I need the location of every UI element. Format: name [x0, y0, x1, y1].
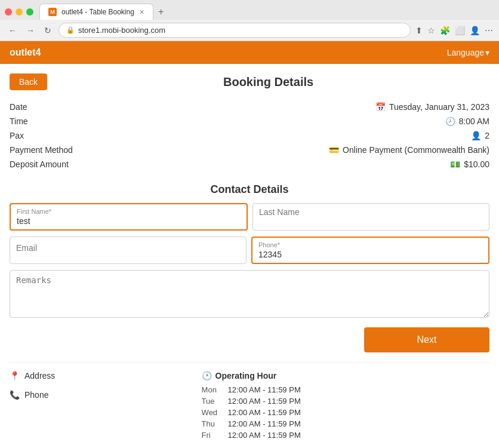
hours-time: 12:00 AM - 11:59 PM — [228, 385, 301, 394]
hours-time: 12:00 AM - 11:59 PM — [228, 397, 301, 406]
footer-info: 📍 Address 📞 Phone 🕐 Operating Hour Mon12… — [10, 362, 489, 442]
pax-value: 👤 2 — [471, 131, 489, 140]
hours-row: Wed12:00 AM - 11:59 PM — [202, 408, 489, 417]
payment-value: 💳 Online Payment (Commonwealth Bank) — [329, 145, 489, 155]
phone-item: 📞 Phone — [10, 390, 202, 400]
tab-view-icon[interactable]: ⬜ — [455, 26, 465, 35]
app-header: outlet4 Language ▾ — [0, 41, 499, 64]
detail-row-deposit: Deposit Amount 💵 $10.00 — [10, 157, 489, 171]
hours-table: Mon12:00 AM - 11:59 PMTue12:00 AM - 11:5… — [202, 385, 489, 440]
btn-row: Next — [10, 327, 489, 352]
reload-button[interactable]: ↻ — [42, 24, 54, 36]
tab-label: outlet4 - Table Booking — [61, 8, 134, 16]
tab-close-button[interactable]: ✕ — [139, 8, 144, 16]
hours-time: 12:00 AM - 11:59 PM — [228, 408, 301, 417]
first-name-field: First Name* — [10, 203, 248, 231]
contact-row: Phone* — [10, 237, 489, 264]
booking-details: Date 📅 Tuesday, January 31, 2023 Time 🕗 … — [10, 100, 489, 171]
language-button[interactable]: Language ▾ — [447, 48, 489, 57]
url-text: store1.mobi-booking.com — [78, 26, 165, 35]
tab-favicon: M — [48, 8, 57, 16]
card-icon: 💳 — [329, 145, 339, 155]
maximize-window-button[interactable] — [26, 8, 33, 16]
operating-hours-title: 🕐 Operating Hour — [202, 371, 489, 381]
remarks-textarea[interactable] — [10, 270, 489, 318]
hours-day: Wed — [202, 408, 221, 417]
hours-day: Fri — [202, 431, 221, 440]
page-title: Booking Details — [47, 75, 489, 89]
detail-row-payment: Payment Method 💳 Online Payment (Commonw… — [10, 143, 489, 157]
name-row: First Name* — [10, 203, 489, 231]
address-label: Address — [24, 371, 55, 381]
pax-label: Pax — [10, 131, 24, 140]
url-bar[interactable]: 🔒 store1.mobi-booking.com — [58, 23, 411, 38]
remarks-row — [10, 270, 489, 318]
contact-form: First Name* Phone* — [10, 203, 489, 318]
browser-chrome: M outlet4 - Table Booking ✕ + ← → ↻ 🔒 st… — [0, 0, 499, 41]
back-button[interactable]: Back — [10, 73, 47, 90]
window-controls — [5, 8, 33, 16]
money-icon: 💵 — [450, 159, 460, 169]
address-item: 📍 Address — [10, 371, 202, 381]
close-window-button[interactable] — [5, 8, 12, 16]
profile-icon[interactable]: 👤 — [470, 26, 480, 35]
footer-right: 🕐 Operating Hour Mon12:00 AM - 11:59 PMT… — [202, 371, 489, 442]
detail-row-date: Date 📅 Tuesday, January 31, 2023 — [10, 100, 489, 114]
hours-day: Thu — [202, 419, 221, 428]
phone-input[interactable] — [258, 250, 482, 259]
time-label: Time — [10, 116, 28, 126]
footer-left: 📍 Address 📞 Phone — [10, 371, 202, 442]
payment-label: Payment Method — [10, 145, 73, 155]
last-name-input[interactable] — [259, 207, 483, 217]
hours-day: Mon — [202, 385, 221, 394]
hours-row: Fri12:00 AM - 11:59 PM — [202, 431, 489, 440]
chevron-down-icon: ▾ — [485, 48, 489, 57]
calendar-icon: 📅 — [375, 102, 386, 112]
time-value: 🕗 8:00 AM — [445, 116, 489, 126]
email-input[interactable] — [16, 243, 240, 253]
forward-nav-button[interactable]: → — [24, 24, 37, 36]
date-label: Date — [10, 102, 27, 112]
new-tab-button[interactable]: + — [153, 7, 168, 17]
next-button[interactable]: Next — [364, 327, 489, 352]
menu-icon[interactable]: ⋯ — [485, 26, 493, 35]
phone-label: Phone* — [258, 241, 482, 248]
tab-bar: M outlet4 - Table Booking ✕ + — [0, 0, 499, 20]
phone-field: Phone* — [251, 237, 489, 264]
location-icon: 📍 — [10, 371, 20, 381]
extensions-icon[interactable]: 🧩 — [440, 26, 450, 35]
share-icon[interactable]: ⬆ — [415, 26, 423, 35]
deposit-label: Deposit Amount — [10, 159, 69, 169]
hours-day: Tue — [202, 397, 221, 406]
footer-row: 📍 Address 📞 Phone 🕐 Operating Hour Mon12… — [10, 371, 489, 442]
phone-footer-icon: 📞 — [10, 390, 20, 400]
detail-row-pax: Pax 👤 2 — [10, 128, 489, 143]
hours-time: 12:00 AM - 11:59 PM — [228, 419, 301, 428]
hours-row: Mon12:00 AM - 11:59 PM — [202, 385, 489, 394]
address-bar: ← → ↻ 🔒 store1.mobi-booking.com ⬆ ☆ 🧩 ⬜ … — [0, 20, 499, 41]
date-value: 📅 Tuesday, January 31, 2023 — [375, 102, 489, 112]
app-title: outlet4 — [10, 47, 41, 58]
deposit-value: 💵 $10.00 — [450, 159, 489, 169]
back-nav-button[interactable]: ← — [6, 24, 19, 36]
language-label: Language — [447, 48, 484, 57]
contact-section-title: Contact Details — [10, 183, 489, 196]
hours-row: Thu12:00 AM - 11:59 PM — [202, 419, 489, 428]
bookmark-icon[interactable]: ☆ — [427, 26, 435, 35]
operating-hours-label: Operating Hour — [215, 371, 277, 381]
clock-icon: 🕗 — [445, 116, 455, 126]
detail-row-time: Time 🕗 8:00 AM — [10, 114, 489, 128]
first-name-input[interactable] — [17, 216, 241, 226]
browser-tab[interactable]: M outlet4 - Table Booking ✕ — [39, 4, 153, 20]
minimize-window-button[interactable] — [16, 8, 23, 16]
lock-icon: 🔒 — [66, 26, 75, 34]
browser-toolbar: ⬆ ☆ 🧩 ⬜ 👤 ⋯ — [415, 26, 493, 35]
hours-row: Tue12:00 AM - 11:59 PM — [202, 397, 489, 406]
phone-footer-label: Phone — [24, 390, 48, 400]
main-content: Back Booking Details Date 📅 Tuesday, Jan… — [0, 64, 499, 448]
hours-time: 12:00 AM - 11:59 PM — [228, 431, 301, 440]
first-name-label: First Name* — [17, 208, 241, 215]
person-icon: 👤 — [471, 131, 481, 140]
page-header: Back Booking Details — [10, 73, 489, 90]
operating-hours-icon: 🕐 — [202, 371, 212, 381]
